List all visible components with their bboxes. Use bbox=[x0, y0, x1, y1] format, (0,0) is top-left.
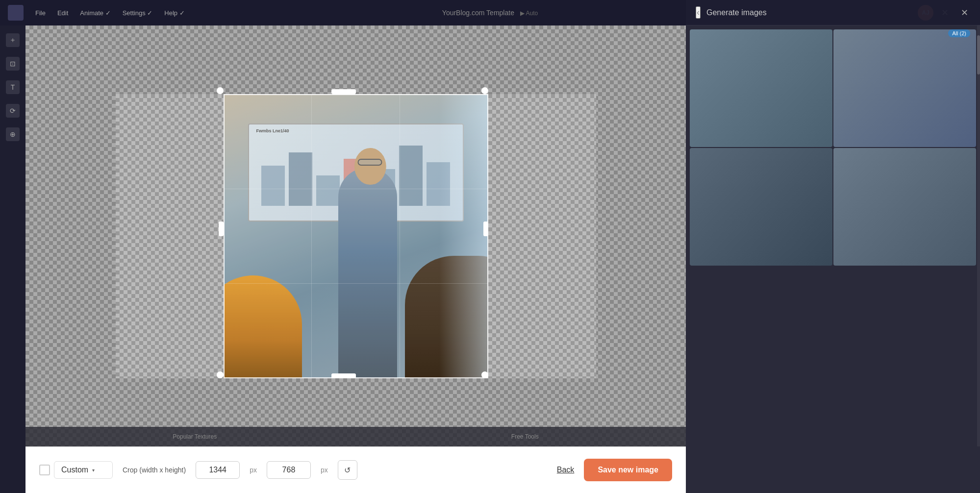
dropdown-label: Custom bbox=[61, 466, 88, 474]
refresh-icon: ↺ bbox=[344, 466, 351, 475]
crop-handle-top-left[interactable] bbox=[217, 87, 224, 94]
sidebar-add-element-icon[interactable]: ⊕ bbox=[6, 127, 20, 141]
right-panel: ‹ Generate images ✕ All (2) bbox=[686, 0, 980, 493]
generated-image-2[interactable] bbox=[833, 29, 976, 147]
panel-close-button[interactable]: ✕ bbox=[959, 5, 970, 20]
crop-handle-top-center[interactable] bbox=[331, 89, 356, 94]
custom-checkbox[interactable] bbox=[39, 465, 50, 475]
right-panel-header: ‹ Generate images ✕ bbox=[686, 0, 980, 25]
crop-handle-middle-right[interactable] bbox=[483, 222, 488, 236]
left-sidebar: ＋ ⊡ T ⟳ ⊕ bbox=[0, 25, 25, 493]
presenter-glasses bbox=[357, 159, 382, 166]
crop-label: Crop (width x height) bbox=[123, 466, 186, 474]
crop-handle-top-right[interactable] bbox=[481, 87, 488, 94]
screen-label: Fwmbs Lne1/40 bbox=[256, 128, 289, 133]
crop-handle-bottom-right[interactable] bbox=[481, 371, 488, 378]
sidebar-refresh-icon[interactable]: ⟳ bbox=[6, 104, 20, 118]
height-px-label: px bbox=[321, 466, 328, 474]
menu-animate[interactable]: Animate ✓ bbox=[80, 9, 110, 17]
scrollbar-track bbox=[977, 25, 980, 446]
back-link[interactable]: Back bbox=[557, 466, 575, 474]
chevron-down-icon: ▾ bbox=[92, 468, 95, 473]
menu-settings[interactable]: Settings ✓ bbox=[123, 9, 153, 17]
canvas-bottom-strip: Popular Textures Free Tools bbox=[25, 427, 686, 446]
photo-region: Fwmbs Lne1/40 bbox=[224, 94, 488, 378]
presenter-head bbox=[354, 148, 386, 185]
label-popular-textures: Popular Textures bbox=[173, 433, 217, 440]
generated-image-4[interactable] bbox=[833, 148, 976, 266]
aspect-ratio-dropdown[interactable]: Custom ▾ bbox=[54, 461, 113, 479]
presenter-body bbox=[338, 168, 397, 378]
sidebar-add-icon[interactable]: ＋ bbox=[6, 33, 20, 47]
crop-handle-bottom-left[interactable] bbox=[217, 371, 224, 378]
crop-canvas-area: Fwmbs Lne1/40 bbox=[25, 25, 686, 446]
menu-file[interactable]: File bbox=[35, 9, 46, 17]
label-free-tools: Free Tools bbox=[511, 433, 539, 440]
image-crop-wrapper[interactable]: Fwmbs Lne1/40 bbox=[116, 94, 596, 378]
document-title: YourBlog.com Template ▶ Auto bbox=[442, 9, 538, 17]
generated-images-grid bbox=[686, 25, 980, 270]
window-light bbox=[439, 94, 488, 378]
panel-back-button[interactable]: ‹ bbox=[696, 6, 701, 19]
sidebar-text-icon[interactable]: T bbox=[6, 80, 20, 94]
badge-count: All (2) bbox=[948, 29, 970, 37]
width-input[interactable] bbox=[196, 461, 240, 479]
bottom-toolbar: Custom ▾ Crop (width x height) px px ↺ B… bbox=[25, 446, 686, 493]
panel-title: Generate images bbox=[706, 8, 953, 17]
app-logo[interactable] bbox=[8, 5, 24, 21]
save-new-image-button[interactable]: Save new image bbox=[584, 459, 672, 481]
scrollbar-thumb[interactable] bbox=[977, 35, 980, 74]
width-px-label: px bbox=[250, 466, 257, 474]
checkbox-wrapper: Custom ▾ bbox=[39, 461, 113, 479]
generated-image-1[interactable] bbox=[690, 29, 832, 147]
height-input[interactable] bbox=[267, 461, 311, 479]
menu-edit[interactable]: Edit bbox=[57, 9, 68, 17]
menu-help[interactable]: Help ✓ bbox=[164, 9, 184, 17]
crop-handle-middle-left[interactable] bbox=[219, 222, 224, 236]
right-panel-content: All (2) bbox=[686, 25, 980, 493]
sidebar-grid-icon[interactable]: ⊡ bbox=[6, 57, 20, 71]
generated-image-3[interactable] bbox=[690, 148, 832, 266]
reset-dimensions-button[interactable]: ↺ bbox=[338, 460, 357, 480]
crop-handle-bottom-center[interactable] bbox=[331, 373, 356, 378]
